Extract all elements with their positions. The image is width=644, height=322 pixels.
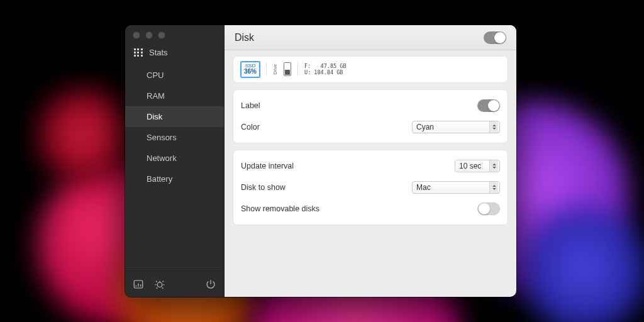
content-pane: Disk SSD 36% Drive F: 47.85 GB [225, 25, 516, 297]
widget-bar[interactable] [284, 62, 291, 76]
chevron-up-down-icon [489, 182, 498, 193]
widget-preview-card: SSD 36% Drive F: 47.85 GB U: 184.84 GB [233, 57, 508, 82]
sidebar-item-label: Network [147, 153, 177, 163]
zoom-window-icon[interactable] [158, 31, 165, 39]
chevron-up-down-icon [489, 160, 498, 172]
setting-label: Label [241, 101, 477, 110]
module-enabled-toggle[interactable] [484, 31, 506, 44]
widget-usage-text[interactable]: F: 47.85 GB U: 184.84 GB [304, 63, 347, 75]
sidebar-item-ram[interactable]: RAM [125, 86, 224, 106]
svg-point-1 [157, 282, 162, 287]
sidebar-item-battery[interactable]: Battery [125, 169, 224, 189]
widget-ssd-percent[interactable]: SSD 36% [241, 62, 260, 77]
options-card: Update interval 10 sec Disk to show Mac … [233, 150, 508, 225]
appearance-card: Label Color Cyan [233, 90, 508, 143]
dashboard-icon [134, 48, 143, 57]
setting-label: Show removable disks [241, 204, 477, 213]
sidebar-item-network[interactable]: Network [125, 148, 224, 169]
disk-select[interactable]: Mac [412, 181, 500, 194]
sidebar-item-label: Sensors [147, 133, 177, 142]
setting-label: Disk to show [241, 183, 412, 192]
widget-percent: 36% [244, 69, 257, 75]
label-toggle[interactable] [477, 99, 500, 112]
sidebar-footer [125, 270, 224, 297]
removable-disks-toggle[interactable] [477, 203, 500, 215]
sidebar-item-label: CPU [147, 70, 164, 80]
setting-label: Update interval [241, 162, 455, 170]
bug-icon[interactable] [154, 279, 165, 290]
close-window-icon[interactable] [133, 31, 140, 39]
widget-free-line: F: 47.85 GB [304, 63, 347, 69]
activity-icon[interactable] [133, 279, 144, 290]
window-traffic-lights[interactable] [133, 31, 165, 39]
setting-label: Color [241, 123, 412, 131]
content-header: Disk [225, 25, 516, 50]
divider [297, 62, 298, 76]
divider [266, 62, 267, 76]
page-title: Disk [235, 32, 254, 43]
minimize-window-icon[interactable] [145, 31, 153, 39]
select-value: 10 sec [459, 162, 489, 170]
widget-bar-label: Drive [273, 64, 277, 74]
chevron-up-down-icon [489, 121, 498, 133]
sidebar-item-cpu[interactable]: CPU [125, 65, 224, 86]
app-title: Stats [149, 48, 168, 57]
color-select[interactable]: Cyan [412, 121, 500, 133]
sidebar-item-sensors[interactable]: Sensors [125, 127, 224, 148]
update-interval-select[interactable]: 10 sec [455, 160, 500, 172]
sidebar-item-label: RAM [147, 91, 165, 101]
sidebar: Stats CPU RAM Disk Sensors Network Batte… [125, 25, 225, 297]
sidebar-item-disk[interactable]: Disk [125, 106, 224, 127]
preferences-window: Stats CPU RAM Disk Sensors Network Batte… [125, 25, 516, 297]
power-icon[interactable] [205, 279, 216, 290]
sidebar-item-label: Battery [147, 174, 172, 184]
select-value: Cyan [416, 123, 489, 131]
widget-used-line: U: 184.84 GB [304, 69, 347, 75]
sidebar-item-label: Disk [147, 112, 162, 121]
sidebar-header[interactable]: Stats [125, 44, 224, 61]
select-value: Mac [416, 183, 489, 192]
